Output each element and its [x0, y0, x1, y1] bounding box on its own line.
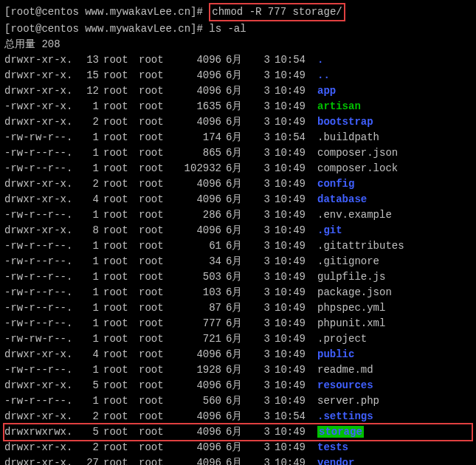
file-name: config [317, 178, 354, 190]
file-group: root [139, 223, 174, 238]
file-name: .git [317, 224, 342, 236]
file-size: 4096 [174, 409, 221, 424]
file-day: 3 [248, 192, 270, 207]
file-month: 6月 [226, 207, 248, 223]
file-size: 4096 [174, 176, 221, 192]
file-day: 3 [248, 223, 270, 238]
file-owner: root [103, 378, 139, 393]
file-row: drwxr-xr-x.15rootroot40966月310:49.. [4, 68, 472, 83]
file-group: root [139, 192, 174, 207]
file-size: 865 [174, 145, 221, 161]
file-owner: root [103, 52, 139, 68]
file-owner: root [103, 316, 139, 331]
file-perms: -rw-r--r--. [4, 161, 78, 176]
file-owner: root [103, 331, 139, 347]
file-group: root [139, 114, 174, 130]
file-name: phpspec.yml [317, 302, 385, 314]
file-time: 10:49 [275, 83, 313, 99]
ls-command: ls -al [209, 23, 246, 35]
file-owner: root [103, 409, 139, 424]
file-row: -rw-r--r--.1rootroot8656月310:49composer.… [4, 145, 472, 161]
file-size: 4096 [174, 378, 221, 393]
file-links: 1 [78, 254, 99, 269]
file-month: 6月 [226, 114, 248, 130]
file-name: app [317, 85, 336, 97]
file-name: . [317, 54, 323, 66]
file-month: 6月 [226, 378, 248, 393]
file-perms: -rw-r--r--. [4, 300, 78, 316]
file-links: 1 [78, 300, 99, 316]
file-owner: root [103, 176, 139, 192]
total-line: 总用量 208 [4, 37, 472, 52]
file-row: drwxr-xr-x.5rootroot40966月310:49resource… [4, 378, 472, 393]
file-day: 3 [248, 130, 270, 145]
file-perms: -rw-r--r--. [4, 207, 78, 223]
file-group: root [139, 378, 174, 393]
file-day: 3 [248, 114, 270, 130]
file-perms: -rw-r--r--. [4, 393, 78, 409]
file-perms: drwxr-xr-x. [4, 409, 78, 424]
file-size: 4096 [174, 347, 221, 362]
file-time: 10:49 [275, 393, 313, 409]
file-links: 1 [78, 130, 99, 145]
file-day: 3 [248, 424, 270, 440]
file-links: 5 [78, 424, 99, 440]
file-group: root [139, 331, 174, 347]
file-time: 10:49 [275, 238, 313, 254]
file-name: phpunit.xml [317, 317, 385, 329]
file-group: root [139, 238, 174, 254]
file-name: artisan [317, 100, 361, 112]
file-size: 4096 [174, 114, 221, 130]
file-row: drwxr-xr-x.27rootroot40966月310:49vendor [4, 455, 472, 465]
file-group: root [139, 440, 174, 455]
file-day: 3 [248, 207, 270, 223]
file-day: 3 [248, 347, 270, 362]
file-time: 10:49 [275, 68, 313, 83]
file-day: 3 [248, 316, 270, 331]
file-links: 1 [78, 316, 99, 331]
file-name: .settings [317, 410, 373, 422]
file-owner: root [103, 393, 139, 409]
file-time: 10:49 [275, 223, 313, 238]
file-row: -rw-r--r--.1rootroot876月310:49phpspec.ym… [4, 300, 472, 316]
file-row: -rw-r--r--.1rootroot2866月310:49.env.exam… [4, 207, 472, 223]
file-group: root [139, 68, 174, 83]
file-links: 13 [78, 52, 99, 68]
file-month: 6月 [226, 316, 248, 331]
file-name: .gitattributes [317, 240, 404, 252]
file-links: 1 [78, 362, 99, 378]
file-owner: root [103, 440, 139, 455]
file-day: 3 [248, 68, 270, 83]
file-links: 5 [78, 378, 99, 393]
file-group: root [139, 254, 174, 269]
file-time: 10:49 [275, 455, 313, 465]
file-size: 4096 [174, 192, 221, 207]
file-day: 3 [248, 161, 270, 176]
file-perms: -rw-r--r--. [4, 285, 78, 300]
file-month: 6月 [226, 269, 248, 285]
file-time: 10:49 [275, 316, 313, 331]
file-owner: root [103, 362, 139, 378]
file-row: -rw-r--r--.1rootroot1029326月310:49compos… [4, 161, 472, 176]
file-row: drwxr-xr-x.2rootroot40966月310:49bootstra… [4, 114, 472, 130]
file-row: -rw-r--r--.1rootroot19286月310:49readme.m… [4, 362, 472, 378]
file-links: 1 [78, 285, 99, 300]
file-perms: -rwxr-xr-x. [4, 99, 78, 114]
file-time: 10:49 [275, 285, 313, 300]
file-size: 4096 [174, 455, 221, 465]
file-size: 4096 [174, 440, 221, 455]
file-owner: root [103, 114, 139, 130]
file-row: drwxr-xr-x.8rootroot40966月310:49.git [4, 223, 472, 238]
file-size: 174 [174, 130, 221, 145]
file-row: -rw-r--r--.1rootroot5606月310:49server.ph… [4, 393, 472, 409]
file-perms: -rw-r--r--. [4, 362, 78, 378]
file-size: 61 [174, 238, 221, 254]
file-size: 87 [174, 300, 221, 316]
file-group: root [139, 52, 174, 68]
file-time: 10:54 [275, 409, 313, 424]
terminal-prompt-2: [root@centos www.mywakavLee.cn]# ls -al [4, 21, 472, 37]
file-perms: drwxr-xr-x. [4, 68, 78, 83]
file-owner: root [103, 145, 139, 161]
file-day: 3 [248, 254, 270, 269]
file-name: composer.lock [317, 162, 398, 174]
